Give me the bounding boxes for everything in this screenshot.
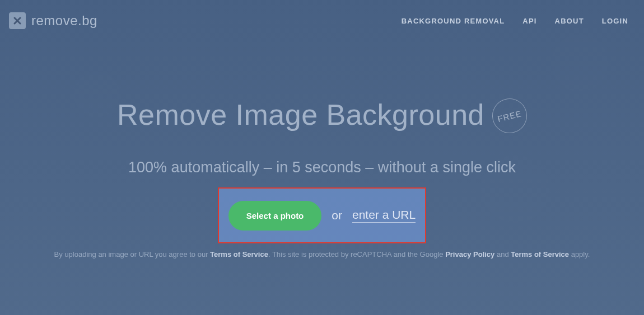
logo[interactable]: remove.bg xyxy=(9,12,97,29)
privacy-link[interactable]: Privacy Policy xyxy=(445,250,494,258)
hero-section: Remove Image Background FREE 100% automa… xyxy=(0,96,644,262)
terms-link-2[interactable]: Terms of Service xyxy=(511,250,569,258)
legal-prefix: By uploading an image or URL you agree t… xyxy=(54,250,210,258)
nav-about[interactable]: ABOUT xyxy=(555,17,584,25)
title-row: Remove Image Background FREE xyxy=(0,96,644,133)
page-title: Remove Image Background xyxy=(117,98,484,131)
main-nav: BACKGROUND REMOVAL API ABOUT LOGIN xyxy=(402,17,628,25)
upload-box: Select a photo or enter a URL xyxy=(218,187,426,243)
free-badge: FREE xyxy=(488,95,530,137)
header: remove.bg BACKGROUND REMOVAL API ABOUT L… xyxy=(0,0,644,29)
page-subtitle: 100% automatically – in 5 seconds – with… xyxy=(0,159,644,176)
terms-link[interactable]: Terms of Service xyxy=(210,250,268,258)
legal-middle: . This site is protected by reCAPTCHA an… xyxy=(268,250,445,258)
legal-and: and xyxy=(494,250,511,258)
enter-url-link[interactable]: enter a URL xyxy=(352,208,416,223)
or-text: or xyxy=(332,209,342,222)
logo-text: remove.bg xyxy=(31,13,97,29)
nav-api[interactable]: API xyxy=(522,17,536,25)
legal-text: By uploading an image or URL you agree t… xyxy=(0,248,644,262)
select-photo-button[interactable]: Select a photo xyxy=(228,201,322,231)
nav-login[interactable]: LOGIN xyxy=(602,17,628,25)
nav-background-removal[interactable]: BACKGROUND REMOVAL xyxy=(402,17,505,25)
legal-suffix: apply. xyxy=(569,250,590,258)
logo-icon xyxy=(9,12,26,29)
